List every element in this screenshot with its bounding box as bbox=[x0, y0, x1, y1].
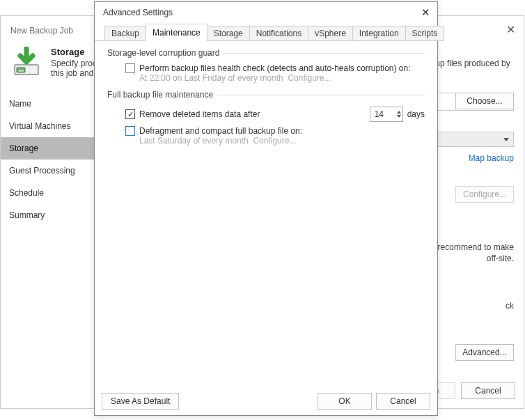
close-icon[interactable]: ✕ bbox=[421, 6, 430, 19]
defragment-configure-link[interactable]: Configure... bbox=[253, 136, 296, 146]
advanced-settings-window: Advanced Settings ✕ Backup Maintenance S… bbox=[94, 1, 438, 416]
backup-job-title: New Backup Job bbox=[10, 26, 73, 36]
storage-arrow-icon: vm bbox=[10, 47, 42, 79]
config-backup-text-tail: ck bbox=[506, 301, 514, 311]
tab-integration[interactable]: Integration bbox=[352, 26, 406, 41]
defragment-schedule: Last Saturday of every month bbox=[139, 136, 249, 146]
remove-deleted-days-value: 14 bbox=[375, 109, 384, 119]
tab-notifications[interactable]: Notifications bbox=[249, 26, 308, 41]
advanced-settings-footer: Save As Default OK Cancel bbox=[95, 387, 437, 415]
svg-text:vm: vm bbox=[18, 68, 24, 72]
health-check-checkbox[interactable] bbox=[125, 63, 135, 73]
configure-button[interactable]: Configure... bbox=[455, 186, 514, 203]
remove-deleted-days-unit: days bbox=[407, 109, 425, 119]
maintenance-tab-content: Storage-level corruption guard Perform b… bbox=[95, 41, 437, 387]
health-check-label: Perform backup files health check (detec… bbox=[139, 63, 411, 73]
cancel-button[interactable]: Cancel bbox=[376, 393, 430, 410]
tab-vsphere[interactable]: vSphere bbox=[308, 26, 353, 41]
cancel-button[interactable]: Cancel bbox=[461, 382, 515, 399]
full-maintenance-group: Full backup file maintenance Remove dele… bbox=[107, 90, 425, 146]
chevron-up-icon[interactable] bbox=[397, 111, 401, 114]
health-check-configure-link[interactable]: Configure... bbox=[288, 73, 331, 83]
tab-scripts[interactable]: Scripts bbox=[405, 26, 445, 41]
storage-guard-group: Storage-level corruption guard Perform b… bbox=[107, 48, 425, 83]
map-backup-link[interactable]: Map backup bbox=[469, 153, 514, 163]
full-maintenance-legend: Full backup file maintenance bbox=[107, 90, 213, 100]
advanced-settings-titlebar: Advanced Settings ✕ bbox=[95, 2, 437, 23]
remove-deleted-days-stepper[interactable]: 14 bbox=[370, 107, 403, 122]
defragment-label: Defragment and compact full backup file … bbox=[139, 126, 302, 136]
remove-deleted-checkbox[interactable] bbox=[125, 109, 135, 119]
remove-deleted-label: Remove deleted items data after bbox=[139, 109, 260, 119]
storage-guard-legend: Storage-level corruption guard bbox=[107, 48, 219, 58]
ok-button[interactable]: OK bbox=[318, 393, 372, 410]
advanced-settings-title: Advanced Settings bbox=[103, 8, 173, 17]
chevron-down-icon[interactable] bbox=[397, 115, 401, 118]
close-icon[interactable]: ✕ bbox=[506, 24, 515, 36]
defragment-checkbox[interactable] bbox=[125, 126, 135, 136]
advanced-button[interactable]: Advanced... bbox=[455, 344, 514, 361]
save-as-default-button[interactable]: Save As Default bbox=[102, 393, 179, 410]
advanced-tabs: Backup Maintenance Storage Notifications… bbox=[95, 23, 437, 41]
health-check-schedule: At 22:00 on Last Friday of every month bbox=[139, 73, 283, 83]
chevron-down-icon bbox=[503, 138, 509, 141]
choose-button[interactable]: Choose... bbox=[455, 93, 514, 109]
tab-storage[interactable]: Storage bbox=[207, 26, 250, 41]
tab-backup[interactable]: Backup bbox=[104, 26, 146, 41]
tab-maintenance[interactable]: Maintenance bbox=[146, 24, 207, 41]
